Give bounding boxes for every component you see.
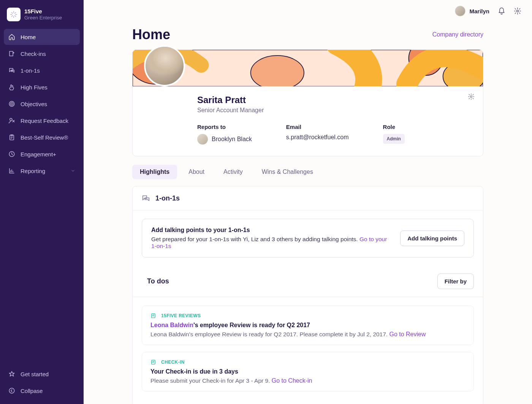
profile-name: Sarita Pratt [197,86,473,105]
topbar-user[interactable]: Marilyn [455,6,489,16]
nav-label: Collpase [21,388,43,394]
nav-objectives[interactable]: Objectives [4,96,80,112]
email-value: s.pratt@rocketfuel.com [286,134,349,141]
gear-icon[interactable] [514,7,521,15]
one-on-ones-section: 1-on-1s Add talking points to your 1-on-… [132,186,483,404]
svg-point-3 [10,118,12,121]
nav-label: Engagement+ [21,151,56,157]
profile-banner [133,50,483,86]
brand-org: Green Enterprise [24,15,62,21]
svg-point-7 [517,10,519,12]
profile-settings-icon[interactable] [468,93,475,102]
nav: Home Check-ins 1-on-1s High Fives Object… [4,29,80,179]
prompt-title: Add talking points to your 1-on-1s [151,227,393,234]
reports-to-label: Reports to [197,124,252,130]
role-label: Role [383,124,405,130]
feedback-icon [8,117,15,124]
todo-item: CHECK-IN Your Check-in is due in 3 days … [142,352,474,391]
nav-get-started[interactable]: Get started [4,366,80,382]
tab-wins[interactable]: Wins & Challenges [254,165,321,179]
role-badge: Admin [383,134,405,144]
tab-about[interactable]: About [181,165,212,179]
go-to-checkin-link[interactable]: Go to Check-in [272,377,312,384]
svg-point-6 [9,388,14,393]
nav-review[interactable]: Best-Self Review® [4,129,80,145]
review-icon [8,134,15,141]
brand: 15Five Green Enterprise [4,5,80,29]
nav-label: Best-Self Review® [21,134,68,141]
todo-body: Leona Baldwin's employee Review is ready… [150,331,465,338]
page-title: Home [132,27,170,43]
topbar: Marilyn [84,0,532,22]
user-name: Marilyn [469,8,489,14]
profile-card: Sarita Pratt Senior Account Manager Repo… [132,49,483,156]
add-talking-points-button[interactable]: Add talking points [400,231,464,246]
email-label: Email [286,124,349,130]
prompt-body: Get prepared for your 1-on-1s with Yi, L… [151,236,393,250]
filter-by-button[interactable]: Filter by [437,274,474,289]
main: Marilyn Home Company directory [84,0,532,404]
chat-icon [142,194,150,202]
manager-avatar [197,134,208,145]
nav-home[interactable]: Home [4,29,80,45]
home-icon [8,33,15,40]
talking-points-prompt: Add talking points to your 1-on-1s Get p… [142,219,474,258]
brand-logo [7,8,21,21]
reporting-icon [8,167,15,174]
sidebar: 15Five Green Enterprise Home Check-ins 1… [0,0,84,404]
bell-icon[interactable] [498,7,505,15]
target-icon [8,100,15,107]
todo-title: Your Check-in is due in 3 days [150,368,465,375]
checkin-icon [8,50,15,57]
nav-1on1s[interactable]: 1-on-1s [4,62,80,78]
svg-point-10 [251,56,304,86]
nav-collapse[interactable]: Collpase [4,383,80,399]
todo-tag: 15FIVE REVIEWS [161,313,201,318]
profile-avatar [144,45,185,86]
svg-point-13 [470,96,472,98]
nav-feedback[interactable]: Request Feedback [4,113,80,129]
tab-activity[interactable]: Activity [216,165,250,179]
brand-name: 15Five [24,8,62,15]
nav-label: High Fives [21,84,48,91]
collapse-icon [8,387,15,394]
go-to-review-link[interactable]: Go to Review [389,331,426,337]
engagement-icon [8,151,15,157]
todos-header: To dos Filter by [133,266,483,297]
nav-checkins[interactable]: Check-ins [4,46,80,62]
profile-title: Senior Account Manager [197,107,473,114]
nav-engagement[interactable]: Engagement+ [4,146,80,162]
todo-item: 15FIVE REVIEWS Leona Baldwin's employee … [142,305,474,345]
todo-body: Please submit your Check-in for Apr 3 - … [150,377,465,384]
highfive-icon [8,84,15,91]
company-directory-link[interactable]: Company directory [432,31,483,38]
nav-label: Home [21,34,36,40]
section-heading: 1-on-1s [155,194,180,202]
tab-highlights[interactable]: Highlights [132,165,177,179]
nav-label: Request Feedback [21,118,68,124]
nav-label: Reporting [21,168,45,174]
nav-reporting[interactable]: Reporting [4,163,80,179]
nav-label: Get started [21,371,49,377]
star-icon [8,371,15,377]
svg-point-2 [11,103,12,104]
profile-tabs: Highlights About Activity Wins & Challen… [132,165,483,179]
chat-icon [8,67,15,74]
todo-person-link[interactable]: Leona Baldwin [150,322,193,328]
nav-highfives[interactable]: High Fives [4,79,80,95]
section-heading: To dos [147,277,169,285]
nav-label: Objectives [21,101,47,107]
todo-title: Leona Baldwin's employee Review is ready… [150,322,465,329]
todo-tag: CHECK-IN [161,359,185,365]
nav-label: Check-ins [21,51,46,57]
nav-label: 1-on-1s [21,67,40,74]
reports-to-value[interactable]: Brooklyn Black [197,134,252,145]
chevron-down-icon [71,168,75,174]
user-avatar [455,6,466,16]
